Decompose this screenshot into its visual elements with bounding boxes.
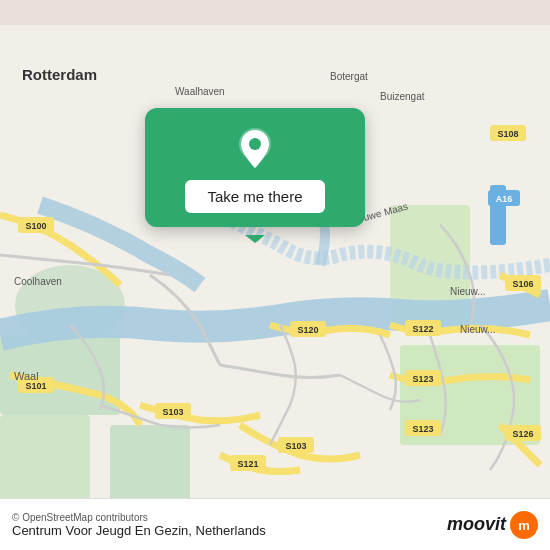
info-bar: © OpenStreetMap contributors Centrum Voo…: [0, 498, 550, 550]
svg-text:A16: A16: [496, 194, 513, 204]
location-name: Centrum Voor Jeugd En Gezin, Netherlands: [12, 523, 266, 538]
svg-text:S121: S121: [237, 459, 258, 469]
svg-text:S108: S108: [497, 129, 518, 139]
svg-text:S101: S101: [25, 381, 46, 391]
svg-text:S120: S120: [297, 325, 318, 335]
svg-text:Waalhaven: Waalhaven: [175, 86, 225, 97]
svg-text:Nieuw...: Nieuw...: [450, 286, 486, 297]
svg-text:S123: S123: [412, 424, 433, 434]
svg-text:Buizengat: Buizengat: [380, 91, 425, 102]
svg-text:S106: S106: [512, 279, 533, 289]
svg-text:Botergat: Botergat: [330, 71, 368, 82]
map-svg: S100 S101 S103 S103 S120 S121 S122 S123: [0, 0, 550, 550]
svg-point-46: [249, 138, 261, 150]
popup-card: Take me there: [145, 108, 365, 227]
take-me-there-button[interactable]: Take me there: [185, 180, 324, 213]
svg-text:S122: S122: [412, 324, 433, 334]
svg-text:S123: S123: [412, 374, 433, 384]
svg-text:Coolhaven: Coolhaven: [14, 276, 62, 287]
attribution-text: © OpenStreetMap contributors: [12, 512, 266, 523]
map-container: S100 S101 S103 S103 S120 S121 S122 S123: [0, 0, 550, 550]
location-pin-icon: [233, 126, 277, 170]
app: S100 S101 S103 S103 S120 S121 S122 S123: [0, 0, 550, 550]
svg-text:Waal: Waal: [14, 370, 39, 382]
svg-text:S103: S103: [285, 441, 306, 451]
svg-text:S103: S103: [162, 407, 183, 417]
moovit-wordmark: moovit: [447, 514, 506, 535]
svg-text:Rotterdam: Rotterdam: [22, 66, 97, 83]
svg-text:S126: S126: [512, 429, 533, 439]
svg-text:S100: S100: [25, 221, 46, 231]
svg-text:Nieuw...: Nieuw...: [460, 324, 496, 335]
moovit-icon: m: [510, 511, 538, 539]
moovit-logo: moovit m: [447, 511, 538, 539]
left-section: © OpenStreetMap contributors Centrum Voo…: [12, 512, 266, 538]
svg-text:m: m: [518, 518, 530, 533]
